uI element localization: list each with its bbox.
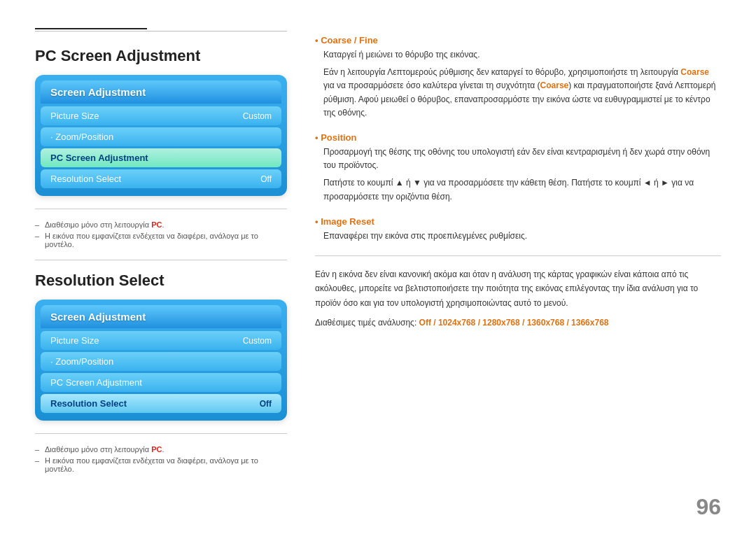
menu-box-1: Screen Adjustment Picture Size Custom · …: [35, 75, 287, 196]
section-resolution-select: Resolution Select Screen Adjustment Pict…: [35, 272, 287, 473]
left-column: PC Screen Adjustment Screen Adjustment P…: [35, 28, 287, 479]
text-orange-coarse: Coarse: [680, 67, 709, 77]
menu-header-2: Screen Adjustment: [41, 305, 281, 328]
menu-item-zoom-2[interactable]: · Zoom/Position: [41, 352, 281, 371]
menu-item-label: Resolution Select: [50, 174, 121, 184]
menu-item-picture-size-1[interactable]: Picture Size Custom: [41, 106, 281, 125]
menu-item-pc-screen-1[interactable]: PC Screen Adjustment: [41, 148, 281, 167]
menu-item-value: Off: [260, 174, 272, 184]
section-pc-screen-adjustment: PC Screen Adjustment Screen Adjustment P…: [35, 47, 287, 248]
top-accent-line: [35, 28, 147, 29]
resolution-options: Off / 1024x768 / 1280x768 / 1360x768 / 1…: [419, 318, 609, 328]
menu-item-picture-size-2[interactable]: Picture Size Custom: [41, 331, 281, 350]
note-line-4: Η εικόνα που εμφανίζεται ενδέχεται να δι…: [35, 456, 287, 473]
right-column: Coarse / Fine Καταργεί ή μειώνει το θόρυ…: [315, 28, 721, 479]
menu-item-label: PC Screen Adjustment: [50, 377, 142, 388]
note-line-2: Η εικόνα που εμφανίζεται ενδέχεται να δι…: [35, 232, 287, 248]
section1-title: PC Screen Adjustment: [35, 47, 287, 65]
notes-2: Διαθέσιμο μόνο στη λειτουργία PC. Η εικό…: [35, 445, 287, 473]
right-divider: [315, 255, 721, 256]
menu-item-label: PC Screen Adjustment: [50, 153, 148, 163]
page-number: 96: [696, 494, 721, 520]
menu-item-resolution-1[interactable]: Resolution Select Off: [41, 169, 281, 188]
bullet-label-image-reset: Image Reset: [315, 216, 721, 227]
note-highlight-pc-2: PC: [151, 445, 162, 454]
menu-item-label: Resolution Select: [50, 398, 127, 409]
menu-item-value: Custom: [243, 336, 272, 346]
bullet-text-position-2: Πατήστε το κουμπί ▲ ή ▼ για να προσαρμόσ…: [323, 176, 721, 203]
bullet-position: Position Προσαρμογή της θέσης της οθόνης…: [315, 132, 721, 204]
bullet-label-coarse: Coarse / Fine: [315, 35, 721, 45]
header-lines: [35, 28, 287, 31]
bullet-text-coarse-2: Εάν η λειτουργία Λεπτομερούς ρύθμισης δε…: [323, 66, 721, 120]
menu-header-1: Screen Adjustment: [41, 80, 281, 104]
bullet-text-position-1: Προσαρμογή της θέσης της οθόνης του υπολ…: [323, 146, 721, 172]
note-line-1: Διαθέσιμο μόνο στη λειτουργία PC.: [35, 220, 287, 229]
bullet-text-coarse-1: Καταργεί ή μειώνει το θόρυβο της εικόνας…: [323, 48, 721, 62]
menu-item-label: · Zoom/Position: [50, 132, 113, 142]
bullet-text-image-reset: Επαναφέρει την εικόνα στις προεπιλεγμένε…: [323, 230, 721, 243]
section-divider: [35, 260, 287, 260]
menu-item-value: Custom: [243, 111, 272, 121]
menu-item-label: · Zoom/Position: [50, 356, 113, 367]
menu-item-resolution-2[interactable]: Resolution Select Off: [41, 394, 281, 413]
note-highlight-pc: PC: [151, 220, 162, 229]
menu-item-value: Off: [260, 399, 272, 409]
top-full-line: [35, 31, 287, 31]
bullet-image-reset: Image Reset Επαναφέρει την εικόνα στις π…: [315, 216, 721, 243]
divider-2: [35, 433, 287, 434]
resolution-bottom-text: Εάν η εικόνα δεν είναι κανονική ακόμα κα…: [315, 267, 721, 310]
note-line-3: Διαθέσιμο μόνο στη λειτουργία PC.: [35, 445, 287, 454]
menu-box-2: Screen Adjustment Picture Size Custom · …: [35, 300, 287, 421]
bullet-label-position: Position: [315, 132, 721, 143]
divider-1: [35, 209, 287, 209]
menu-item-pc-screen-2[interactable]: PC Screen Adjustment: [41, 373, 281, 392]
notes-1: Διαθέσιμο μόνο στη λειτουργία PC. Η εικό…: [35, 220, 287, 248]
menu-item-label: Picture Size: [50, 335, 99, 346]
section2-title: Resolution Select: [35, 272, 287, 290]
menu-item-label: Picture Size: [50, 111, 99, 121]
menu-item-zoom-1[interactable]: · Zoom/Position: [41, 127, 281, 146]
bullet-coarse-fine: Coarse / Fine Καταργεί ή μειώνει το θόρυ…: [315, 35, 721, 120]
resolution-values: Διαθέσιμες τιμές ανάλυσης: Off / 1024x76…: [315, 316, 721, 330]
text-orange-coarse2: Coarse: [540, 80, 569, 90]
